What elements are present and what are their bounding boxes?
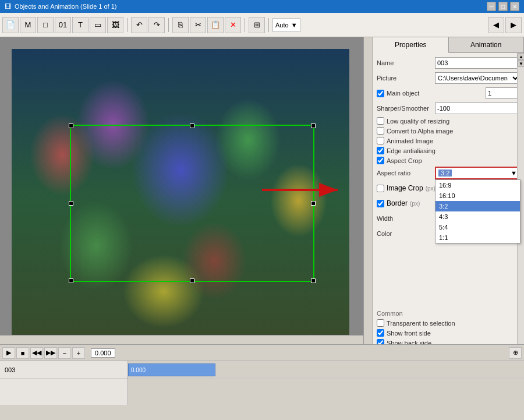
copy-button[interactable]: ⎘ — [172, 17, 189, 33]
aspect-ratio-select[interactable]: 3:2 ▼ — [435, 167, 521, 179]
show-front-label: Show front side — [387, 330, 431, 337]
handle-top-center[interactable] — [190, 123, 194, 128]
right-panel: Properties Animation Name Picture C: — [373, 37, 524, 344]
track-area: 0.000 — [128, 361, 524, 405]
main-object-value-container — [486, 87, 521, 99]
minimize-button[interactable]: ─ — [487, 2, 496, 11]
aspect-crop-checkbox[interactable] — [377, 157, 384, 164]
convert-alpha-row: Convert to Alpha image — [377, 127, 521, 135]
zoom-in-button[interactable]: + — [72, 347, 85, 359]
grid-button[interactable]: ⊞ — [249, 17, 265, 33]
width-label: Width — [377, 215, 435, 222]
show-back-label: Show back side — [387, 340, 431, 345]
handle-bottom-center[interactable] — [190, 278, 194, 283]
main-object-input[interactable] — [486, 87, 521, 99]
select-m-button[interactable]: M — [20, 17, 36, 33]
handle-mid-right[interactable] — [311, 201, 316, 206]
text-tool-button[interactable]: 01 — [55, 17, 71, 33]
main-object-row: Main object — [377, 87, 521, 100]
picture-select[interactable]: C:\Users\dave\Documen — [435, 72, 521, 84]
handle-mid-left[interactable] — [69, 201, 73, 206]
show-front-checkbox[interactable] — [377, 329, 384, 337]
text-button[interactable]: T — [72, 17, 88, 33]
close-button[interactable]: ✕ — [510, 2, 519, 11]
selection-box[interactable] — [70, 125, 314, 282]
separator-2 — [168, 18, 169, 32]
aspect-option-5-4[interactable]: 5:4 — [436, 222, 520, 232]
sharper-smoother-value — [435, 103, 521, 114]
stop-button[interactable]: ■ — [16, 347, 29, 359]
show-back-checkbox[interactable] — [377, 339, 384, 344]
low-quality-checkbox[interactable] — [377, 117, 384, 125]
transparent-selection-checkbox[interactable] — [377, 319, 384, 327]
paste-button[interactable]: 📋 — [207, 17, 224, 33]
aspect-option-1-1[interactable]: 1:1 — [436, 232, 520, 243]
name-input[interactable] — [435, 57, 521, 69]
transparent-selection-label: Transparent to selection — [387, 320, 455, 327]
image-button[interactable]: 🖼 — [107, 17, 123, 33]
play-button[interactable]: ▶ — [2, 347, 15, 359]
panel-scroll-up[interactable]: ▲ — [518, 53, 524, 60]
handle-bottom-right[interactable] — [311, 278, 316, 283]
panel-scroll-down[interactable]: ▼ — [518, 60, 524, 67]
animated-image-row: Animated Image — [377, 137, 521, 144]
track-block-1[interactable]: 0.000 — [128, 363, 215, 376]
edge-antialiasing-checkbox[interactable] — [377, 147, 384, 154]
common-section-label: Common — [377, 310, 521, 317]
auto-dropdown[interactable]: Auto ▼ — [272, 18, 300, 32]
image-crop-container: Image Crop (px) — [377, 184, 436, 192]
slide-canvas — [12, 49, 349, 344]
aspect-ratio-row: Aspect ratio 3:2 ▼ 16:9 16:10 3:2 4:3 5 — [377, 167, 521, 179]
aspect-option-16-9[interactable]: 16:9 — [436, 180, 520, 190]
sharper-smoother-row: Sharper/Smoother — [377, 102, 521, 115]
delete-button[interactable]: ✕ — [225, 17, 241, 33]
aspect-ratio-chevron: ▼ — [511, 170, 517, 177]
prev-button[interactable]: ◀◀ — [30, 347, 43, 359]
main-object-checkbox[interactable] — [377, 90, 384, 97]
tab-animation[interactable]: Animation — [449, 37, 525, 52]
tab-properties[interactable]: Properties — [373, 37, 449, 53]
aspect-option-4-3[interactable]: 4:3 — [436, 211, 520, 222]
cut-button[interactable]: ✂ — [190, 17, 206, 33]
vertical-scrollbar[interactable] — [363, 37, 373, 344]
titlebar-title-text: Objects and Animation (Slide 1 of 1) — [15, 3, 116, 10]
sharper-smoother-label: Sharper/Smoother — [377, 105, 435, 112]
canvas-area — [0, 37, 373, 344]
handle-top-left[interactable] — [69, 123, 73, 128]
next-button[interactable]: ▶▶ — [44, 347, 57, 359]
main-object-label: Main object — [387, 90, 419, 97]
prev-panel-button[interactable]: ◀ — [488, 17, 504, 33]
image-crop-checkbox[interactable] — [377, 185, 384, 192]
handle-bottom-left[interactable] — [69, 278, 73, 283]
zoom-out-button[interactable]: − — [58, 347, 71, 359]
aspect-option-3-2[interactable]: 3:2 — [436, 201, 520, 211]
new-button[interactable]: 📄 — [2, 17, 19, 33]
red-arrow-svg — [262, 182, 344, 198]
horizontal-scrollbar[interactable] — [0, 335, 363, 344]
next-panel-button[interactable]: ▶ — [505, 17, 522, 33]
undo-button[interactable]: ↶ — [131, 17, 147, 33]
sharper-smoother-input[interactable] — [435, 103, 521, 114]
transparent-selection-row: Transparent to selection — [377, 319, 521, 327]
timeline-extra-button[interactable]: ⊕ — [509, 347, 522, 359]
low-quality-label: Low quality of resizing — [387, 118, 449, 125]
common-section-spacer: Common Transparent to selection Show fro… — [377, 310, 521, 344]
handle-top-right[interactable] — [311, 123, 316, 128]
timeline-right-controls: ⊕ — [509, 347, 522, 359]
auto-label: Auto — [275, 22, 289, 29]
convert-alpha-label: Convert to Alpha image — [387, 128, 453, 135]
low-quality-row: Low quality of resizing — [377, 117, 521, 125]
aspect-ratio-dropdown: 16:9 16:10 3:2 4:3 5:4 1:1 — [435, 179, 521, 243]
edge-antialiasing-label: Edge antialiasing — [387, 147, 436, 154]
animated-image-checkbox[interactable] — [377, 137, 384, 144]
panel-tabs: Properties Animation — [373, 37, 524, 53]
aspect-option-16-10[interactable]: 16:10 — [436, 190, 520, 201]
border-checkbox[interactable] — [377, 200, 384, 207]
maximize-button[interactable]: □ — [498, 2, 508, 11]
shape-button[interactable]: ▭ — [90, 17, 106, 33]
titlebar-title: 🎞 Objects and Animation (Slide 1 of 1) — [5, 3, 116, 10]
convert-alpha-checkbox[interactable] — [377, 127, 384, 135]
redo-button[interactable]: ↷ — [148, 17, 165, 33]
track-row-1: 0.000 — [128, 361, 524, 379]
rect-button[interactable]: □ — [37, 17, 54, 33]
